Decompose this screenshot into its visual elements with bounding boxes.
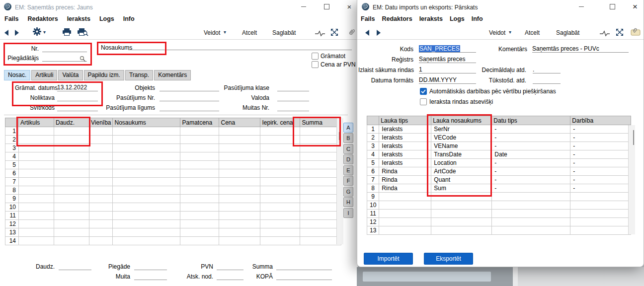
table-cell[interactable] — [89, 169, 113, 178]
items-table-scrollbar[interactable] — [336, 118, 343, 244]
table-cell[interactable]: Location — [431, 159, 492, 167]
table-cell[interactable] — [113, 136, 180, 144]
maximize-button[interactable] — [319, 0, 334, 12]
table-cell[interactable] — [19, 203, 54, 212]
table-cell[interactable] — [492, 218, 570, 226]
table-cell[interactable] — [300, 220, 341, 228]
table-cell[interactable] — [19, 220, 54, 228]
table-cell[interactable] — [260, 203, 300, 212]
table-cell[interactable] — [219, 228, 260, 237]
right-titlebar[interactable]: EM: Datu imports un eksports: Pārskats × — [357, 0, 644, 14]
table-cell[interactable] — [219, 161, 260, 169]
table-cell[interactable] — [219, 144, 260, 152]
table-cell[interactable] — [89, 144, 113, 152]
table-cell[interactable] — [300, 203, 341, 212]
table-cell[interactable] — [260, 212, 300, 220]
table-cell[interactable]: - — [492, 176, 570, 184]
paperclip-icon[interactable] — [346, 27, 357, 38]
table-cell[interactable] — [89, 127, 113, 136]
matrix-flip-tab-h[interactable]: H — [343, 197, 353, 207]
table-cell[interactable]: Ieraksts — [379, 125, 431, 134]
table-cell[interactable] — [19, 237, 54, 245]
table-cell[interactable] — [300, 152, 341, 161]
table-cell[interactable] — [180, 169, 219, 178]
menu-logs[interactable]: Logs — [95, 14, 119, 24]
table-cell[interactable]: Date — [492, 150, 570, 159]
table-cell[interactable] — [54, 186, 89, 195]
table-cell[interactable] — [180, 203, 219, 212]
thousand-separator-input[interactable] — [533, 77, 561, 84]
column-header[interactable]: Nosaukums — [113, 118, 180, 127]
table-cell[interactable]: - — [570, 134, 631, 142]
table-cell[interactable] — [431, 218, 492, 226]
table-cell[interactable] — [219, 178, 260, 186]
table-cell[interactable]: - — [570, 142, 631, 150]
table-cell[interactable] — [89, 136, 113, 144]
table-cell[interactable] — [89, 152, 113, 161]
rows-separately-checkbox[interactable] — [420, 98, 427, 105]
table-cell[interactable] — [89, 220, 113, 228]
skip-rows-input[interactable]: 1 — [419, 67, 476, 73]
table-cell[interactable] — [379, 226, 431, 235]
table-cell[interactable] — [113, 144, 180, 152]
expand-icon[interactable] — [331, 29, 338, 38]
table-cell[interactable]: Rinda — [379, 184, 431, 193]
table-cell[interactable]: - — [570, 167, 631, 176]
table-cell[interactable] — [19, 178, 54, 186]
create-button[interactable]: Veidot — [204, 29, 220, 36]
table-cell[interactable] — [19, 186, 54, 195]
menu-info[interactable]: Info — [119, 14, 139, 24]
table-cell[interactable] — [180, 195, 219, 203]
minimize-button[interactable] — [574, 0, 589, 12]
table-cell[interactable] — [431, 193, 492, 201]
menu-redaktors[interactable]: Redaktors — [379, 14, 416, 24]
table-cell[interactable] — [89, 212, 113, 220]
order-nr-input[interactable] — [160, 94, 219, 101]
table-cell[interactable] — [260, 228, 300, 237]
table-cell[interactable] — [260, 136, 300, 144]
column-header[interactable]: Iepirk. cena — [260, 118, 300, 127]
menu-ieraksts[interactable]: Ieraksts — [63, 14, 95, 24]
table-cell[interactable] — [260, 195, 300, 203]
menu-redaktors[interactable]: Redaktors — [23, 14, 63, 24]
table-cell[interactable] — [89, 161, 113, 169]
table-cell[interactable] — [89, 228, 113, 237]
cancel-button[interactable]: Atcelt — [242, 29, 257, 36]
table-cell[interactable] — [260, 237, 300, 245]
table-cell[interactable] — [54, 212, 89, 220]
barcode-input[interactable] — [57, 104, 98, 111]
table-cell[interactable] — [300, 212, 341, 220]
table-cell[interactable] — [219, 220, 260, 228]
table-cell[interactable]: TransDate — [431, 150, 492, 159]
expand-icon[interactable] — [616, 29, 623, 38]
table-cell[interactable] — [19, 169, 54, 178]
name-input[interactable] — [128, 43, 352, 50]
table-cell[interactable]: Rinda — [379, 167, 431, 176]
table-cell[interactable] — [19, 127, 54, 136]
table-cell[interactable]: Ieraksts — [379, 134, 431, 142]
export-button[interactable]: Eksportēt — [424, 253, 473, 265]
table-cell[interactable] — [54, 178, 89, 186]
table-cell[interactable] — [113, 220, 180, 228]
matrix-flip-tab-b[interactable]: B — [343, 133, 353, 143]
table-cell[interactable] — [113, 178, 180, 186]
nr-input[interactable] — [42, 45, 87, 52]
table-cell[interactable]: Ieraksts — [379, 150, 431, 159]
table-cell[interactable] — [19, 228, 54, 237]
table-cell[interactable] — [492, 226, 570, 235]
column-header[interactable]: Daudz. — [54, 118, 89, 127]
import-button[interactable]: Importēt — [364, 253, 413, 265]
table-cell[interactable] — [570, 201, 631, 210]
menu-fails[interactable]: Fails — [357, 14, 379, 24]
table-cell[interactable] — [54, 161, 89, 169]
table-cell[interactable] — [180, 178, 219, 186]
table-cell[interactable] — [54, 237, 89, 245]
pulse-icon[interactable] — [315, 30, 325, 39]
table-cell[interactable] — [379, 210, 431, 218]
price-with-vat-checkbox[interactable] — [312, 61, 319, 68]
language-input[interactable] — [277, 94, 309, 101]
paste-special-magnifier-icon[interactable] — [80, 55, 86, 64]
table-cell[interactable] — [113, 152, 180, 161]
table-cell[interactable] — [260, 178, 300, 186]
table-cell[interactable] — [89, 195, 113, 203]
